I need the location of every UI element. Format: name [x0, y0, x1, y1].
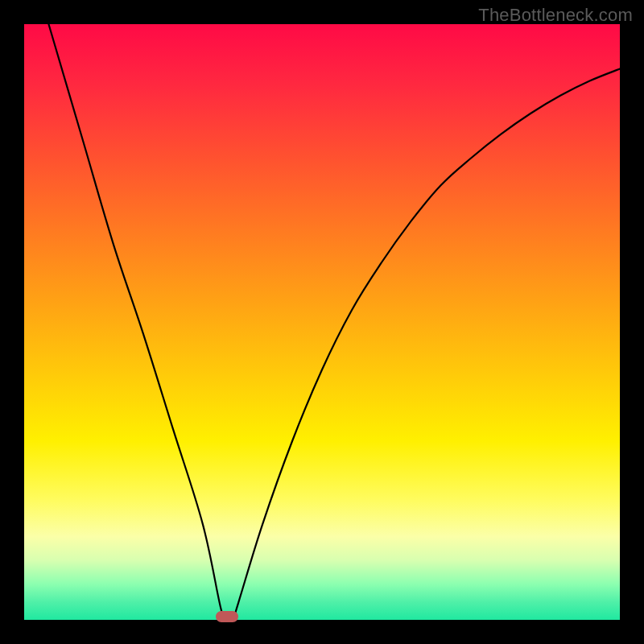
chart-frame: TheBottleneck.com: [0, 0, 644, 644]
bottleneck-curve: [24, 24, 620, 620]
plot-area: [24, 24, 620, 620]
optimal-marker: [216, 611, 238, 622]
watermark-text: TheBottleneck.com: [478, 5, 633, 26]
